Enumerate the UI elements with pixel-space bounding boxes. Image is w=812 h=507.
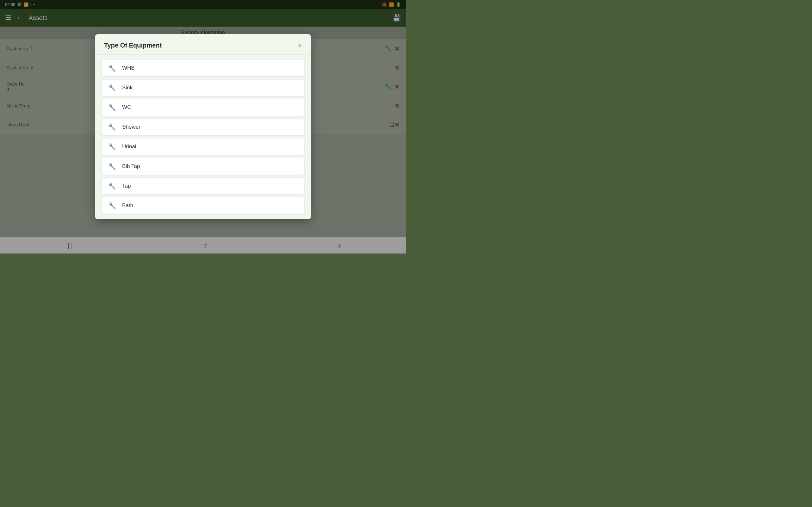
equipment-label-bath: Bath bbox=[122, 203, 133, 209]
equipment-item-bib-tap[interactable]: 🔧 Bib Tap bbox=[101, 158, 305, 175]
wrench-icon-sink: 🔧 bbox=[108, 84, 116, 92]
equipment-dialog: Type Of Equipment × 🔧 WHB 🔧 Sink 🔧 WC 🔧 … bbox=[95, 34, 311, 219]
wrench-icon-urinal: 🔧 bbox=[108, 143, 116, 151]
wrench-icon-tap: 🔧 bbox=[108, 182, 116, 190]
dialog-close-button[interactable]: × bbox=[298, 42, 302, 49]
equipment-item-shower[interactable]: 🔧 Shower bbox=[101, 118, 305, 135]
wrench-icon-bath: 🔧 bbox=[108, 202, 116, 210]
equipment-item-tap[interactable]: 🔧 Tap bbox=[101, 177, 305, 194]
dialog-body: 🔧 WHB 🔧 Sink 🔧 WC 🔧 Shower 🔧 Urinal 🔧 bbox=[95, 55, 311, 219]
equipment-label-wc: WC bbox=[122, 104, 131, 111]
equipment-label-shower: Shower bbox=[122, 124, 141, 130]
equipment-item-wc[interactable]: 🔧 WC bbox=[101, 99, 305, 116]
dialog-header: Type Of Equipment × bbox=[95, 34, 311, 55]
equipment-label-whb: WHB bbox=[122, 65, 135, 71]
equipment-item-bath[interactable]: 🔧 Bath bbox=[101, 197, 305, 214]
wrench-icon-bib-tap: 🔧 bbox=[108, 163, 116, 170]
equipment-item-whb[interactable]: 🔧 WHB bbox=[101, 60, 305, 77]
modal-overlay: Type Of Equipment × 🔧 WHB 🔧 Sink 🔧 WC 🔧 … bbox=[0, 0, 406, 253]
equipment-label-tap: Tap bbox=[122, 183, 131, 189]
wrench-icon-shower: 🔧 bbox=[108, 123, 116, 131]
equipment-item-sink[interactable]: 🔧 Sink bbox=[101, 79, 305, 96]
equipment-label-bib-tap: Bib Tap bbox=[122, 163, 140, 170]
dialog-title: Type Of Equipment bbox=[104, 42, 162, 49]
equipment-item-urinal[interactable]: 🔧 Urinal bbox=[101, 138, 305, 155]
equipment-label-sink: Sink bbox=[122, 84, 133, 91]
equipment-label-urinal: Urinal bbox=[122, 144, 136, 150]
wrench-icon-whb: 🔧 bbox=[108, 64, 116, 72]
wrench-icon-wc: 🔧 bbox=[108, 104, 116, 111]
